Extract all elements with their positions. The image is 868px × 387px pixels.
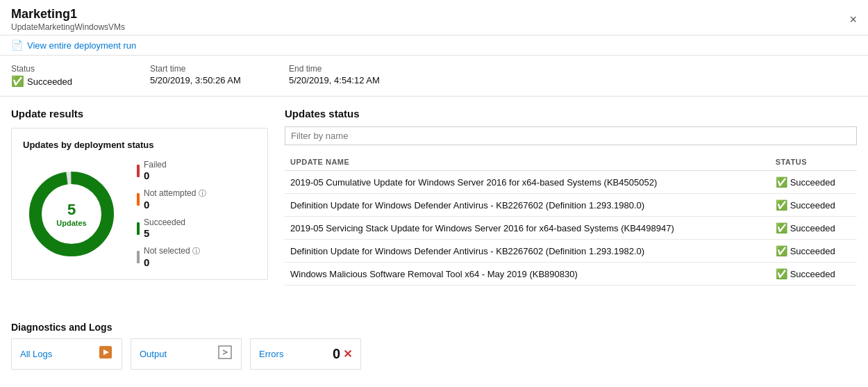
status-label: Status (11, 64, 150, 74)
start-label: Start time (150, 64, 289, 74)
status-item-end: End time 5/20/2019, 4:54:12 AM (289, 64, 428, 88)
status-success-icon: ✅ (11, 75, 24, 88)
donut-label: 5 Updates (56, 201, 86, 227)
errors-x-icon: ✕ (343, 347, 352, 361)
legend-bar-not-selected (137, 251, 140, 263)
diag-cards: All Logs Output Errors 0 ✕ (11, 338, 857, 370)
col-status: STATUS (770, 154, 857, 171)
table-row: 2019-05 Cumulative Update for Windows Se… (285, 171, 857, 194)
errors-count: 0 (333, 346, 340, 362)
diagnostics-section: Diagnostics and Logs All Logs Output Err… (0, 311, 868, 370)
success-dot: ✅ (776, 245, 787, 256)
left-panel: Update results Updates by deployment sta… (11, 108, 268, 305)
legend-text-succeeded: Succeeded 5 (144, 217, 185, 239)
col-update-name: UPDATE NAME (285, 154, 770, 171)
update-status-cell: ✅ Succeeded (770, 263, 857, 286)
legend-item-succeeded: Succeeded 5 (137, 217, 206, 239)
donut-chart: 5 Updates (23, 165, 120, 263)
filter-input[interactable] (285, 126, 857, 145)
updates-table: UPDATE NAME STATUS 2019-05 Cumulative Up… (285, 154, 857, 286)
success-dot: ✅ (776, 199, 787, 211)
update-name-cell: Definition Update for Windows Defender A… (285, 240, 770, 263)
chart-title: Updates by deployment status (23, 140, 256, 150)
chart-box: Updates by deployment status 5 Updates (11, 128, 268, 280)
update-status-cell: ✅ Succeeded (770, 171, 857, 194)
success-dot: ✅ (776, 176, 787, 188)
title-bar-left: Marketing1 UpdateMarketingWindowsVMs (11, 7, 125, 32)
end-value: 5/20/2019, 4:54:12 AM (289, 75, 428, 85)
status-item-start: Start time 5/20/2019, 3:50:26 AM (150, 64, 289, 88)
output-card[interactable]: Output (131, 338, 242, 370)
update-name-cell: 2019-05 Servicing Stack Update for Windo… (285, 217, 770, 240)
view-link-bar: 📄 View entire deployment run (0, 35, 868, 56)
legend-item-failed: Failed 0 (137, 160, 206, 181)
output-label: Output (140, 349, 167, 359)
window-title: Marketing1 (11, 7, 125, 22)
status-cell: ✅ Succeeded (776, 245, 851, 256)
status-value: ✅ Succeeded (11, 75, 150, 88)
legend-bar-failed (137, 165, 140, 177)
updates-table-head: UPDATE NAME STATUS (285, 154, 857, 171)
status-cell: ✅ Succeeded (776, 268, 851, 279)
errors-card[interactable]: Errors 0 ✕ (250, 338, 361, 370)
table-row: Windows Malicious Software Removal Tool … (285, 263, 857, 286)
update-name-cell: Windows Malicious Software Removal Tool … (285, 263, 770, 286)
legend-item-not-attempted: Not attempted ⓘ 0 (137, 188, 206, 211)
status-cell: ✅ Succeeded (776, 176, 851, 188)
legend: Failed 0 Not attempted ⓘ 0 (137, 160, 206, 268)
legend-item-not-selected: Not selected ⓘ 0 (137, 246, 206, 268)
update-status-cell: ✅ Succeeded (770, 217, 857, 240)
legend-bar-succeeded (137, 222, 140, 235)
table-header-row: UPDATE NAME STATUS (285, 154, 857, 171)
legend-bar-not-attempted (137, 193, 140, 206)
update-status-cell: ✅ Succeeded (770, 240, 857, 263)
close-button[interactable]: × (849, 13, 857, 27)
all-logs-card[interactable]: All Logs (11, 338, 122, 370)
update-name-cell: 2019-05 Cumulative Update for Windows Se… (285, 171, 770, 194)
legend-text-not-attempted: Not attempted ⓘ 0 (144, 188, 206, 211)
diagnostics-title: Diagnostics and Logs (11, 322, 857, 333)
status-bar: Status ✅ Succeeded Start time 5/20/2019,… (0, 56, 868, 97)
not-selected-info-icon[interactable]: ⓘ (192, 247, 200, 255)
updates-status-title: Updates status (285, 108, 857, 120)
right-panel: Updates status UPDATE NAME STATUS 2019-0… (285, 108, 857, 305)
not-attempted-info-icon[interactable]: ⓘ (199, 189, 206, 197)
all-logs-icon (98, 345, 113, 363)
chart-area: 5 Updates Failed 0 (23, 160, 256, 268)
legend-text-failed: Failed 0 (144, 160, 167, 181)
document-icon: 📄 (11, 40, 23, 51)
table-row: Definition Update for Windows Defender A… (285, 240, 857, 263)
table-row: 2019-05 Servicing Stack Update for Windo… (285, 217, 857, 240)
errors-label: Errors (259, 349, 283, 359)
status-cell: ✅ Succeeded (776, 222, 851, 233)
errors-area: 0 ✕ (333, 346, 352, 362)
update-status-cell: ✅ Succeeded (770, 194, 857, 217)
status-cell: ✅ Succeeded (776, 199, 851, 211)
success-dot: ✅ (776, 222, 787, 233)
svg-rect-5 (219, 346, 231, 359)
all-logs-label: All Logs (20, 349, 52, 359)
start-value: 5/20/2019, 3:50:26 AM (150, 75, 289, 85)
status-item-status: Status ✅ Succeeded (11, 64, 150, 88)
output-icon (217, 345, 233, 363)
success-dot: ✅ (776, 268, 787, 279)
update-name-cell: Definition Update for Windows Defender A… (285, 194, 770, 217)
table-row: Definition Update for Windows Defender A… (285, 194, 857, 217)
window-subtitle: UpdateMarketingWindowsVMs (11, 22, 125, 32)
legend-text-not-selected: Not selected ⓘ 0 (144, 246, 200, 268)
update-results-title: Update results (11, 108, 268, 120)
end-label: End time (289, 64, 428, 74)
title-bar: Marketing1 UpdateMarketingWindowsVMs × (0, 0, 868, 35)
view-deployment-link[interactable]: View entire deployment run (27, 40, 136, 51)
updates-table-body: 2019-05 Cumulative Update for Windows Se… (285, 171, 857, 286)
